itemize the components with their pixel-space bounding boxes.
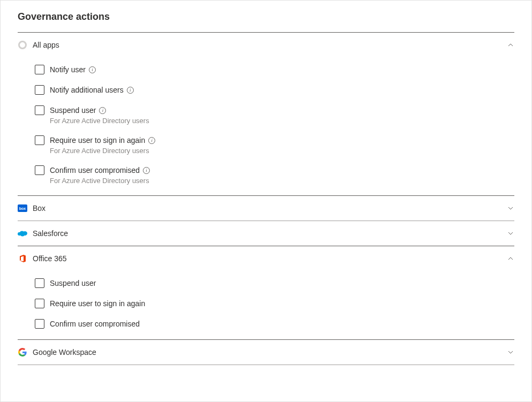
checkbox-row-notify-additional: Notify additional users i <box>35 85 514 95</box>
checkbox-label: Confirm user compromised <box>50 319 140 329</box>
section-divider <box>18 365 514 365</box>
office-365-icon <box>18 254 27 263</box>
svg-point-3 <box>20 233 24 236</box>
checkbox-notify-user[interactable] <box>35 65 44 74</box>
checkbox-subtext: For Azure Active Directory users <box>50 177 514 185</box>
section-label: Office 365 <box>33 254 507 263</box>
checkbox-suspend-user[interactable] <box>35 105 44 115</box>
checkbox-label: Require user to sign in again <box>50 135 145 145</box>
info-icon[interactable]: i <box>148 137 155 144</box>
section-label: Google Workspace <box>33 348 507 357</box>
checkbox-label: Suspend user <box>50 105 96 115</box>
section-header-google-workspace[interactable]: Google Workspace <box>18 340 514 365</box>
checkbox-row-confirm-compromised: Confirm user compromised i For Azure Act… <box>35 165 514 185</box>
checkbox-suspend-user[interactable] <box>35 278 44 288</box>
chevron-up-icon <box>507 41 514 49</box>
info-icon[interactable]: i <box>143 167 150 174</box>
checkbox-confirm-compromised[interactable] <box>35 319 44 329</box>
checkbox-row-require-signin: Require user to sign in again i For Azur… <box>35 135 514 155</box>
section-body-all-apps: Notify user i Notify additional users i … <box>18 57 514 195</box>
box-icon: box <box>18 203 27 213</box>
checkbox-row-require-signin: Require user to sign in again <box>35 299 514 308</box>
checkbox-label: Notify user <box>50 65 86 74</box>
google-workspace-icon <box>18 347 27 357</box>
checkbox-notify-additional[interactable] <box>35 85 44 95</box>
info-icon[interactable]: i <box>89 66 96 73</box>
checkbox-label: Suspend user <box>50 278 96 288</box>
checkbox-require-signin[interactable] <box>35 135 44 145</box>
section-header-salesforce[interactable]: Salesforce <box>18 221 514 246</box>
section-body-office-365: Suspend user Require user to sign in aga… <box>18 271 514 339</box>
chevron-up-icon <box>507 255 514 262</box>
checkbox-row-suspend-user: Suspend user i For Azure Active Director… <box>35 105 514 125</box>
page-title: Governance actions <box>18 11 514 22</box>
info-icon[interactable]: i <box>127 87 134 94</box>
info-icon[interactable]: i <box>99 107 106 114</box>
checkbox-label: Require user to sign in again <box>50 299 145 308</box>
section-header-box[interactable]: box Box <box>18 196 514 221</box>
checkbox-label: Confirm user compromised <box>50 165 140 175</box>
checkbox-require-signin[interactable] <box>35 299 44 308</box>
checkbox-label: Notify additional users <box>50 85 124 95</box>
section-header-office-365[interactable]: Office 365 <box>18 246 514 271</box>
chevron-down-icon <box>507 348 514 356</box>
checkbox-row-confirm-compromised: Confirm user compromised <box>35 319 514 329</box>
checkbox-subtext: For Azure Active Directory users <box>50 147 514 155</box>
section-label: Salesforce <box>33 229 507 238</box>
governance-actions-panel: Governance actions All apps Notify user … <box>0 0 532 402</box>
checkbox-confirm-compromised[interactable] <box>35 165 44 175</box>
chevron-down-icon <box>507 230 514 237</box>
checkbox-row-suspend-user: Suspend user <box>35 278 514 288</box>
chevron-down-icon <box>507 204 514 212</box>
checkbox-row-notify-user: Notify user i <box>35 65 514 74</box>
all-apps-icon <box>18 40 27 50</box>
section-label: All apps <box>33 41 507 49</box>
checkbox-subtext: For Azure Active Directory users <box>50 117 514 125</box>
section-header-all-apps[interactable]: All apps <box>18 33 514 57</box>
section-label: Box <box>33 204 507 213</box>
salesforce-icon <box>18 229 27 238</box>
